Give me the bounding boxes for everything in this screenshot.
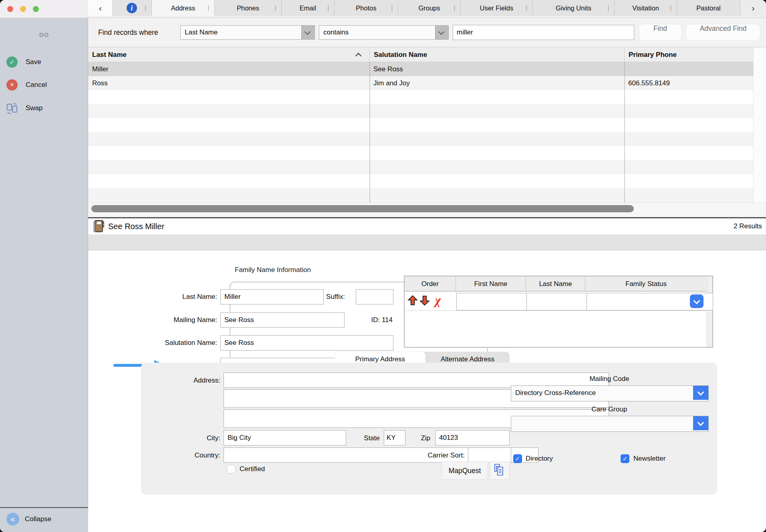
column-header-salutation-name[interactable]: Salutation Name bbox=[369, 47, 624, 62]
tab-handle-icon[interactable]: ⋮ bbox=[143, 0, 149, 16]
members-scrollbar-track[interactable] bbox=[707, 276, 712, 347]
find-operator-select[interactable]: contains bbox=[319, 25, 449, 40]
family-status-dropdown-button[interactable] bbox=[690, 294, 704, 308]
collapse-button[interactable]: « Collapse bbox=[0, 508, 88, 532]
cancel-x-icon: ✕ bbox=[6, 79, 18, 91]
last-name-field[interactable] bbox=[220, 289, 324, 304]
find-bar: Find records where Last Name contains Fi… bbox=[88, 18, 766, 47]
tab-phones[interactable]: Phones⋮ bbox=[215, 0, 282, 16]
address-label: Address: bbox=[160, 377, 220, 385]
find-field-select[interactable]: Last Name bbox=[180, 25, 315, 40]
city-label: City: bbox=[172, 434, 220, 442]
family-name-info-label: Family Name Information bbox=[235, 266, 311, 274]
carrier-sort-field[interactable] bbox=[468, 447, 511, 463]
results-count: 2 Results bbox=[686, 218, 762, 234]
column-header-primary-phone[interactable]: Primary Phone bbox=[624, 47, 766, 62]
tab-email[interactable]: Email⋮ bbox=[282, 0, 335, 16]
tab-giving-units[interactable]: Giving Units⋮ bbox=[533, 0, 615, 16]
copy-pages-icon bbox=[493, 471, 506, 479]
horizontal-scrollbar-track[interactable] bbox=[88, 202, 766, 217]
table-row-empty[interactable] bbox=[88, 174, 753, 188]
mapquest-button[interactable]: MapQuest bbox=[441, 461, 488, 480]
tab-photos[interactable]: Photos⋮ bbox=[335, 0, 398, 16]
find-records-where-label: Find records where bbox=[98, 18, 158, 47]
save-label: Save bbox=[26, 56, 41, 68]
tab-handle-icon[interactable]: ⋮ bbox=[605, 0, 611, 16]
vertical-scrollbar-track[interactable] bbox=[753, 47, 766, 202]
column-header-first-name: First Name bbox=[456, 276, 526, 292]
mailing-code-dropdown-button[interactable] bbox=[693, 386, 708, 400]
last-name-label: Last Name: bbox=[144, 289, 217, 304]
tab-user-fields[interactable]: User Fields⋮ bbox=[461, 0, 533, 16]
tab-handle-icon[interactable]: ⋮ bbox=[325, 0, 331, 16]
care-group-dropdown-button[interactable] bbox=[693, 416, 708, 430]
directory-checkbox[interactable]: ✓ bbox=[513, 454, 522, 463]
tab-visitation[interactable]: Visitation⋮ bbox=[615, 0, 677, 16]
table-row-empty[interactable] bbox=[88, 160, 753, 174]
tab-bar bbox=[88, 234, 766, 250]
table-row-empty[interactable] bbox=[88, 118, 753, 132]
find-operator-dropdown-button[interactable] bbox=[435, 26, 448, 39]
mailing-name-field[interactable] bbox=[220, 312, 345, 328]
advanced-find-button[interactable]: Advanced Find bbox=[686, 24, 760, 40]
swap-button[interactable]: Swap bbox=[0, 103, 88, 115]
mailing-code-label: Mailing Code bbox=[511, 375, 708, 383]
column-divider bbox=[624, 62, 625, 202]
tab-scroll-left-button[interactable]: ‹ bbox=[88, 0, 113, 16]
certified-checkbox[interactable] bbox=[227, 465, 236, 474]
table-row-empty[interactable] bbox=[88, 104, 753, 118]
member-last-name-field[interactable] bbox=[526, 293, 592, 310]
salutation-name-field[interactable] bbox=[220, 335, 393, 351]
tab-handle-icon[interactable]: ⋮ bbox=[452, 0, 458, 16]
find-query-input[interactable] bbox=[453, 25, 634, 40]
cancel-button[interactable]: ✕ Cancel bbox=[0, 79, 88, 91]
tab-scroll-right-button[interactable]: › bbox=[740, 0, 766, 16]
table-row[interactable]: Ross Jim and Joy 606.555.8149 bbox=[88, 76, 753, 90]
state-label: State bbox=[353, 434, 380, 442]
salutation-name-label: Salutation Name: bbox=[144, 335, 217, 351]
mailing-code-select[interactable]: Directory Cross-Reference bbox=[511, 385, 709, 401]
tab-info[interactable]: i ⋮ bbox=[113, 0, 152, 16]
collapse-label: Collapse bbox=[25, 513, 51, 526]
table-row-empty[interactable] bbox=[88, 188, 753, 202]
care-group-select[interactable] bbox=[511, 416, 709, 432]
tab-handle-icon[interactable]: ⋮ bbox=[668, 0, 674, 16]
app-window: Address Records DO ✓ Save ✕ Cancel Swap … bbox=[0, 0, 766, 532]
column-header-last-name[interactable]: Last Name bbox=[88, 47, 369, 62]
tab-handle-icon[interactable]: ⋮ bbox=[272, 0, 278, 16]
tab-handle-icon[interactable]: ⋮ bbox=[206, 0, 212, 16]
tab-handle-icon[interactable]: ⋮ bbox=[389, 0, 395, 16]
table-row-selected[interactable]: Miller See Ross bbox=[88, 62, 753, 76]
member-first-name-field[interactable] bbox=[456, 293, 532, 310]
horizontal-scrollbar-thumb[interactable] bbox=[91, 205, 634, 212]
tab-handle-icon[interactable]: ⋮ bbox=[524, 0, 530, 16]
tab-address[interactable]: Address⋮ bbox=[152, 0, 215, 16]
table-row-empty[interactable] bbox=[88, 90, 753, 104]
sidebar bbox=[0, 18, 88, 532]
family-members-table: Order First Name Last Name Family Status… bbox=[404, 276, 713, 348]
tab-groups[interactable]: Groups⋮ bbox=[398, 0, 461, 16]
tab-pastoral[interactable]: Pastoral bbox=[677, 0, 740, 16]
newsletter-label: Newsletter bbox=[633, 454, 665, 463]
suffix-label: Suffix: bbox=[326, 289, 353, 304]
table-row-empty[interactable] bbox=[88, 132, 753, 146]
city-field[interactable] bbox=[224, 430, 346, 445]
record-header: See Ross Miller 2 Results bbox=[88, 218, 766, 234]
chevron-down-icon bbox=[304, 29, 311, 35]
chevron-down-icon bbox=[693, 298, 700, 304]
save-check-icon: ✓ bbox=[6, 56, 18, 68]
chevron-down-icon bbox=[697, 419, 704, 426]
zip-field[interactable] bbox=[435, 430, 510, 445]
delete-member-icon[interactable]: χ bbox=[435, 292, 441, 309]
newsletter-checkbox[interactable]: ✓ bbox=[621, 454, 629, 463]
suffix-field[interactable] bbox=[356, 289, 393, 304]
table-row-empty[interactable] bbox=[88, 146, 753, 160]
address-book-icon bbox=[93, 220, 105, 234]
save-button[interactable]: ✓ Save bbox=[0, 56, 88, 69]
mailing-name-label: Mailing Name: bbox=[144, 312, 217, 328]
find-field-dropdown-button[interactable] bbox=[301, 26, 314, 39]
copy-address-button[interactable] bbox=[490, 461, 510, 480]
move-down-icon[interactable] bbox=[419, 295, 430, 308]
move-up-icon[interactable] bbox=[407, 295, 418, 308]
find-button[interactable]: Find bbox=[639, 24, 681, 40]
